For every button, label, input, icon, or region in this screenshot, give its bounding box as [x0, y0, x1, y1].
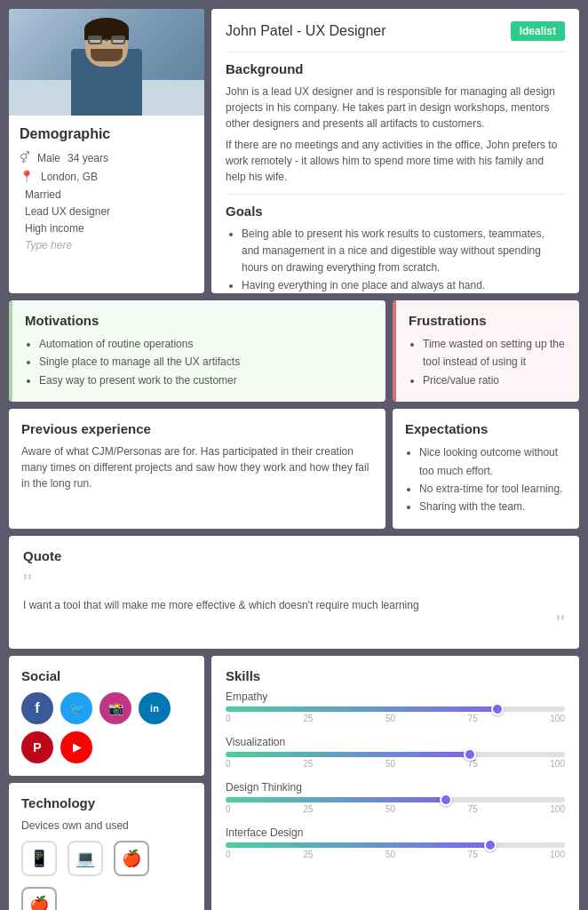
social-tech-col: Social f 🐦 📸 in P ▶ Technology Devices o…	[9, 656, 204, 910]
top-section: Demographic ⚥ Male 34 years 📍 London, GB…	[9, 9, 579, 293]
expectations-box: Expectations Nice looking outcome withou…	[393, 409, 579, 529]
background-title: Background	[226, 61, 565, 76]
type-here-input[interactable]: Type here	[25, 239, 194, 251]
demographic-title: Demographic	[20, 126, 194, 142]
quote-text: I want a tool that will make me more eff…	[23, 599, 565, 611]
persona-name: John Patel - UX Designer	[226, 23, 386, 39]
gender-icon: ⚥	[20, 151, 30, 164]
motivations-title: Motivations	[25, 313, 373, 328]
prev-exp-title: Previous experience	[21, 421, 373, 436]
skill-design-thinking-label: Design Thinking	[226, 781, 565, 794]
motivations-box: Motivations Automation of routine operat…	[9, 300, 385, 402]
goal-item-2: Having everything in one place and alway…	[242, 277, 565, 294]
exp-section: Previous experience Aware of what CJM/Pe…	[9, 409, 579, 529]
laptop-icon: 💻	[68, 841, 103, 876]
expectation-item-2: No extra-time for tool learning.	[419, 480, 567, 498]
skill-design-thinking: Design Thinking 0255075100	[226, 781, 565, 814]
phone-icon: 📱	[21, 841, 57, 876]
background-para1: John is a lead UX designer and is respon…	[226, 84, 565, 132]
job-value: Lead UX designer	[25, 205, 110, 218]
skill-empathy-label: Empathy	[226, 690, 565, 703]
frustrations-title: Frustrations	[409, 313, 567, 328]
skill-scale-4: 0255075100	[226, 850, 565, 859]
motivation-item-2: Single place to manage all the UX artifa…	[39, 353, 373, 371]
skill-interface-design-fill	[226, 842, 490, 848]
social-box: Social f 🐦 📸 in P ▶	[9, 656, 204, 776]
twitter-icon[interactable]: 🐦	[60, 692, 92, 724]
gender-value: Male	[37, 152, 60, 164]
location-icon: 📍	[20, 170, 34, 183]
expectation-item-1: Nice looking outcome without too much ef…	[419, 443, 567, 480]
gender-age-row: ⚥ Male 34 years	[20, 151, 194, 164]
skill-visualization: Visualization 0255075100	[226, 736, 565, 769]
prev-exp-text: Aware of what CJM/Personas are for. Has …	[21, 443, 373, 491]
goals-title: Goals	[226, 204, 565, 219]
facebook-icon[interactable]: f	[21, 692, 53, 724]
status-item: Married	[20, 188, 194, 201]
motivation-item-1: Automation of routine operations	[39, 335, 373, 353]
skill-design-thinking-track[interactable]	[226, 797, 565, 802]
expectations-title: Expectations	[405, 421, 567, 436]
motivations-list: Automation of routine operations Single …	[25, 335, 373, 389]
skills-title: Skills	[226, 668, 565, 683]
skill-visualization-track[interactable]	[226, 752, 565, 757]
devices-label: Devices own and used	[21, 819, 192, 832]
bottom-section: Social f 🐦 📸 in P ▶ Technology Devices o…	[9, 656, 579, 910]
pinterest-icon[interactable]: P	[21, 731, 53, 763]
motivation-item-3: Easy way to present work to the customer	[39, 371, 373, 389]
goal-item-1: Being able to present his work results t…	[242, 226, 565, 277]
skill-interface-design-thumb[interactable]	[484, 839, 497, 851]
input-placeholder: Type here	[25, 239, 72, 251]
tech-devices: 📱 💻 🍎 🍎	[21, 841, 192, 910]
persona-header: John Patel - UX Designer Idealist	[226, 21, 565, 41]
skill-scale-2: 0255075100	[226, 759, 565, 769]
middle-section: Motivations Automation of routine operat…	[9, 300, 579, 402]
skill-interface-design-label: Interface Design	[226, 826, 565, 839]
left-panel: Demographic ⚥ Male 34 years 📍 London, GB…	[9, 9, 204, 293]
quote-box: Quote " I want a tool that will make me …	[9, 536, 579, 649]
skill-visualization-thumb[interactable]	[464, 748, 476, 761]
skill-empathy-thumb[interactable]	[491, 703, 504, 715]
quote-close: "	[23, 611, 565, 636]
apple-icon-2: 🍎	[21, 887, 57, 910]
skill-interface-design: Interface Design 0255075100	[226, 826, 565, 859]
tech-title: Technology	[21, 795, 192, 810]
skill-scale-3: 0255075100	[226, 804, 565, 814]
expectation-item-3: Sharing with the team.	[419, 498, 567, 515]
age-value: 34 years	[68, 152, 108, 164]
frustrations-box: Frustrations Time wasted on setting up t…	[393, 300, 579, 402]
income-value: High income	[25, 222, 84, 235]
frustrations-list: Time wasted on setting up the tool inste…	[409, 335, 567, 389]
youtube-icon[interactable]: ▶	[60, 731, 92, 763]
skill-visualization-label: Visualization	[226, 736, 565, 748]
background-para2: If there are no meetings and any activit…	[226, 137, 565, 185]
demographic-section: Demographic ⚥ Male 34 years 📍 London, GB…	[9, 116, 204, 262]
job-item: Lead UX designer	[20, 205, 194, 218]
apple-icon-1: 🍎	[114, 841, 149, 876]
location-value: London, GB	[41, 171, 98, 183]
expectations-list: Nice looking outcome without too much ef…	[405, 443, 567, 516]
status-value: Married	[25, 188, 61, 201]
quote-open: "	[23, 571, 565, 595]
location-row: 📍 London, GB	[20, 170, 194, 183]
frustration-item-2: Price/value ratio	[423, 371, 567, 389]
quote-title: Quote	[23, 548, 565, 563]
right-panel: John Patel - UX Designer Idealist Backgr…	[211, 9, 579, 293]
goals-list: Being able to present his work results t…	[226, 226, 565, 294]
social-icons: f 🐦 📸 in P ▶	[21, 692, 192, 763]
prev-exp-box: Previous experience Aware of what CJM/Pe…	[9, 409, 385, 529]
instagram-icon[interactable]: 📸	[99, 692, 131, 724]
tech-box: Technology Devices own and used 📱 💻 🍎 🍎 …	[9, 783, 204, 910]
profile-photo	[9, 9, 204, 116]
page: Demographic ⚥ Male 34 years 📍 London, GB…	[9, 9, 579, 910]
skill-design-thinking-thumb[interactable]	[440, 794, 452, 806]
income-item: High income	[20, 222, 194, 235]
frustration-item-1: Time wasted on setting up the tool inste…	[423, 335, 567, 371]
skill-empathy-fill	[226, 706, 497, 712]
skill-interface-design-track[interactable]	[226, 842, 565, 848]
skill-design-thinking-fill	[226, 797, 446, 802]
skill-empathy-track[interactable]	[226, 706, 565, 712]
linkedin-icon[interactable]: in	[139, 692, 171, 724]
skills-box: Skills Empathy 0255075100 Visualization	[211, 656, 579, 910]
idealist-badge: Idealist	[511, 21, 565, 41]
